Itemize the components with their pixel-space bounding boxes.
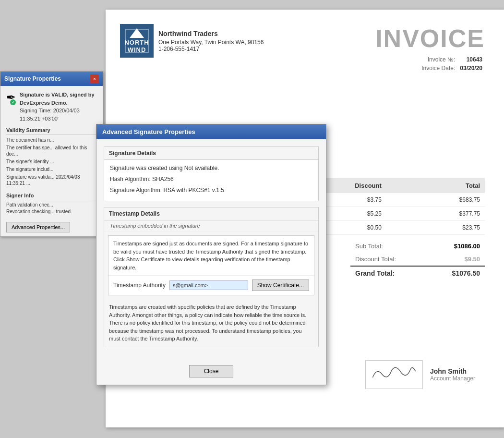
company-logo-area: NORTH WIND Northwind Traders One Portals… <box>120 24 264 58</box>
adv-dialog-content: Signature Details Signature was created … <box>96 139 326 360</box>
invoice-number-value: 10643 <box>457 55 485 64</box>
timestamp-bottom-text: Timestamps are created with specific pol… <box>104 299 318 347</box>
grandtotal-label: Grand Total: <box>350 266 427 280</box>
advanced-properties-button[interactable]: Advanced Properties... <box>6 222 70 232</box>
signer-title: Account Manager <box>430 375 475 382</box>
validity-item: The signer's identity ... <box>6 158 97 165</box>
signature-area: John Smith Account Manager <box>365 360 475 389</box>
signer-item: Revocation checking... trusted. <box>6 209 97 214</box>
validity-item: The document has n... <box>6 137 97 143</box>
signature-info: John Smith Account Manager <box>430 367 475 382</box>
invoice-date-value: 03/20/20 <box>457 64 485 73</box>
adv-close-button[interactable]: Close <box>189 365 234 377</box>
sig-props-title: Signature Properties <box>4 75 61 82</box>
advanced-sig-properties-dialog[interactable]: Advanced Signature Properties Signature … <box>96 124 326 385</box>
row1-total: $683.75 <box>386 193 485 207</box>
discount-row: Discount Total: $9.50 <box>350 253 485 266</box>
sig-algo-text: Signature Algorithm: RSA with PKCS#1 v.1… <box>110 186 312 195</box>
signature-details-group: Signature Details Signature was created … <box>104 146 319 201</box>
sig-props-close-button[interactable]: × <box>90 74 99 83</box>
signature-box <box>365 360 423 389</box>
logo-text-line2: WIND <box>128 46 146 53</box>
logo-box: NORTH WIND <box>120 24 154 58</box>
invoice-date-label: Invoice Date: <box>419 64 457 73</box>
sig-created-text: Signature was created using Not availabl… <box>110 164 312 172</box>
show-certificate-button[interactable]: Show Certificate... <box>252 280 309 291</box>
subtotal-label: Sub Total: <box>350 240 427 253</box>
signature-status-icon: ✒ ✓ <box>6 91 16 105</box>
totals-table: Sub Total: $1086.00 Discount Total: $9.5… <box>350 240 485 280</box>
invoice-title-area: INVOICE Invoice №: 10643 Invoice Date: 0… <box>375 24 485 73</box>
company-address2: 1-206-555-1417 <box>158 46 264 52</box>
sig-time-label: Signing Time: <box>20 108 52 113</box>
signature-properties-dialog[interactable]: Signature Properties × ✒ ✓ Signature is … <box>0 71 103 237</box>
discount-label: Discount Total: <box>350 253 427 266</box>
ts-authority-label: Timestamp Authority <box>113 282 166 289</box>
sig-icon-area: ✒ ✓ Signature is VALID, signed by DevExp… <box>0 86 103 125</box>
timestamp-details-group: Timestamp Details Timestamp embedded in … <box>104 207 319 347</box>
logo-text-line1: NORTH <box>124 39 149 46</box>
row3-total: $23.75 <box>386 221 485 235</box>
signature-image <box>367 359 421 390</box>
timestamp-embedded-label: Timestamp embedded in the signature <box>104 220 318 231</box>
signer-info-title: Signer Info <box>6 193 97 200</box>
validity-title: Validity Summary <box>6 127 97 135</box>
invoice-number-label: Invoice №: <box>419 55 457 64</box>
subtotal-row: Sub Total: $1086.00 <box>350 240 485 253</box>
subtotal-value: $1086.00 <box>427 240 485 253</box>
invoice-title: INVOICE <box>375 24 485 53</box>
row2-total: $377.75 <box>386 207 485 221</box>
valid-badge-icon: ✓ <box>10 99 16 105</box>
invoice-meta: Invoice №: 10643 Invoice Date: 03/20/20 <box>375 55 485 73</box>
company-address1: One Portals Way, Twin Points WA, 98156 <box>158 39 264 46</box>
company-name: Northwind Traders <box>158 30 264 37</box>
grandtotal-value: $1076.50 <box>427 266 485 280</box>
sig-props-titlebar: Signature Properties × <box>0 72 103 86</box>
timestamp-title: Timestamp Details <box>104 207 318 220</box>
sig-details-content: Signature was created using Not availabl… <box>104 160 318 201</box>
timestamp-description-text: Timestamps are signed just as documents … <box>108 236 314 276</box>
grandtotal-row: Grand Total: $1076.50 <box>350 266 485 280</box>
sig-details-title: Signature Details <box>104 147 318 160</box>
timestamp-authority-row: Timestamp Authority s@gmail.com> Show Ce… <box>108 276 314 295</box>
signer-info-section: Signer Info Path validation chec... Revo… <box>0 190 103 218</box>
validity-item: Signature was valida... 2020/04/03 11:35… <box>6 174 97 186</box>
company-info: Northwind Traders One Portals Way, Twin … <box>158 30 264 52</box>
sig-status-text: Signature is VALID, signed by DevExpress… <box>20 91 97 122</box>
sig-valid-text: Signature is VALID, signed by DevExpress… <box>20 91 97 107</box>
invoice-header: NORTH WIND Northwind Traders One Portals… <box>106 10 504 82</box>
validity-summary-section: Validity Summary The document has n... T… <box>0 125 103 190</box>
logo-triangle-icon <box>130 28 144 38</box>
timestamp-inner-box: Timestamps are signed just as documents … <box>108 235 314 295</box>
adv-dialog-footer: Close <box>96 360 326 385</box>
validity-item: The certifier has spe... allowed for thi… <box>6 145 97 157</box>
signer-item: Path validation chec... <box>6 202 97 207</box>
signer-name: John Smith <box>430 367 475 375</box>
discount-value: $9.50 <box>427 253 485 266</box>
adv-dialog-title-text: Advanced Signature Properties <box>102 128 195 135</box>
hash-algo-text: Hash Algorithm: SHA256 <box>110 175 312 183</box>
col-header-total: Total <box>386 178 485 193</box>
validity-item: The signature includ... <box>6 166 97 172</box>
adv-dialog-titlebar: Advanced Signature Properties <box>96 124 326 139</box>
ts-authority-value: s@gmail.com> <box>169 280 248 290</box>
